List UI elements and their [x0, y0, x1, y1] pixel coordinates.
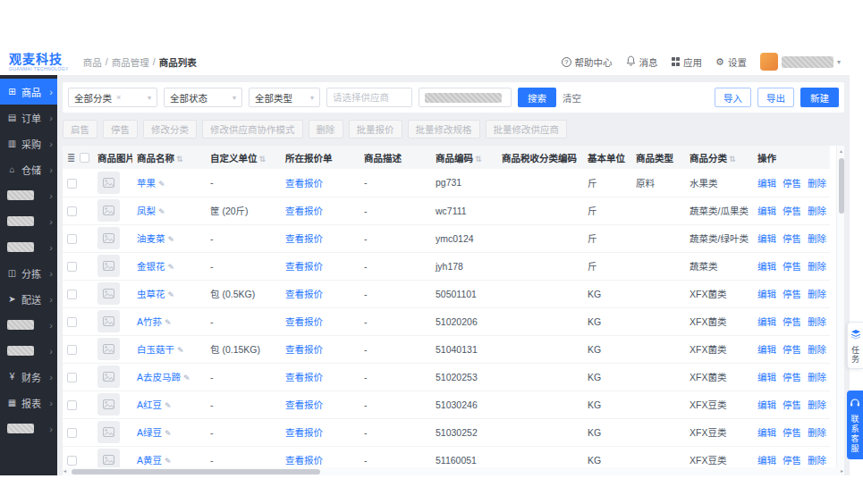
edit-name-icon[interactable]: ✎ [168, 263, 175, 272]
product-name-link[interactable]: A去皮马蹄 [137, 372, 181, 382]
clear-filters-link[interactable]: 清空 [563, 91, 581, 105]
brand-logo[interactable]: 观麦科技 GUANMAI TECHNOLOGY [9, 53, 69, 71]
edit-name-icon[interactable]: ✎ [165, 457, 172, 466]
vertical-scroll-thumb[interactable] [839, 158, 844, 214]
stop-sale-row-link[interactable]: 停售 [783, 178, 801, 189]
edit-name-icon[interactable]: ✎ [168, 290, 175, 299]
sidebar-item-redacted[interactable]: › [0, 312, 57, 338]
search-button[interactable]: 搜索 [518, 88, 556, 107]
product-name-link[interactable]: A绿豆 [137, 427, 162, 438]
edit-row-link[interactable]: 编辑 [757, 289, 776, 299]
view-quote-link[interactable]: 查看报价 [285, 316, 323, 327]
stop-sale-button[interactable]: 停售 [103, 120, 138, 139]
sidebar-item-purchase[interactable]: ▥采购› [0, 130, 57, 156]
edit-row-link[interactable]: 编辑 [757, 178, 776, 189]
edit-row-link[interactable]: 编辑 [757, 261, 776, 272]
stop-sale-row-link[interactable]: 停售 [783, 261, 801, 272]
product-name-link[interactable]: A红豆 [137, 399, 162, 410]
stop-sale-row-link[interactable]: 停售 [783, 233, 801, 244]
edit-name-icon[interactable]: ✎ [165, 429, 172, 438]
edit-name-icon[interactable]: ✎ [183, 374, 190, 382]
edit-row-link[interactable]: 编辑 [757, 316, 776, 327]
row-checkbox[interactable] [67, 206, 77, 216]
row-checkbox[interactable] [67, 290, 77, 299]
product-name-link[interactable]: A黄豆 [137, 455, 162, 466]
type-filter-select[interactable]: 全部类型 ▾ [249, 88, 320, 107]
sidebar-item-orders[interactable]: ▤订单› [0, 105, 57, 130]
stop-sale-row-link[interactable]: 停售 [783, 455, 801, 466]
start-sale-button[interactable]: 启售 [63, 120, 97, 139]
breadcrumb-item[interactable]: 商品 [83, 55, 102, 69]
breadcrumb-item[interactable]: 商品管理 [112, 55, 149, 69]
supplier-filter-input[interactable] [326, 88, 412, 107]
product-name-link[interactable]: 虫草花 [137, 289, 165, 299]
sidebar-item-redacted[interactable]: › [0, 416, 57, 441]
sidebar-item-finance[interactable]: ¥财务› [0, 364, 57, 390]
batch-edit-spec-button[interactable]: 批量修改规格 [408, 120, 480, 139]
product-name-link[interactable]: 白玉菇干 [137, 344, 174, 355]
stop-sale-row-link[interactable]: 停售 [783, 399, 801, 410]
batch-edit-supplier-button[interactable]: 批量修改供应商 [486, 120, 568, 139]
edit-name-icon[interactable]: ✎ [177, 346, 184, 355]
batch-quote-button[interactable]: 批量报价 [349, 120, 402, 139]
user-menu[interactable]: ▾ [760, 53, 841, 71]
edit-category-button[interactable]: 修改分类 [143, 120, 197, 139]
scroll-right-arrow[interactable]: ▸ [841, 467, 843, 475]
product-name-link[interactable]: 金银花 [137, 261, 165, 272]
sidebar-item-redacted[interactable]: › [0, 208, 57, 234]
help-center-button[interactable]: ? 帮助中心 [562, 55, 613, 69]
sidebar-item-redacted[interactable]: › [0, 234, 57, 260]
product-name-link[interactable]: 油麦菜 [137, 233, 165, 244]
view-quote-link[interactable]: 查看报价 [285, 427, 323, 438]
edit-row-link[interactable]: 编辑 [757, 206, 776, 216]
sort-icon[interactable]: ⇅ [475, 155, 482, 164]
stop-sale-row-link[interactable]: 停售 [783, 316, 801, 327]
keyword-search-input[interactable] [419, 88, 512, 107]
row-checkbox[interactable] [67, 456, 77, 466]
vertical-scrollbar[interactable]: ▴ ▾ [836, 146, 844, 475]
sidebar-item-redacted[interactable]: › [0, 338, 57, 364]
stop-sale-row-link[interactable]: 停售 [783, 206, 801, 216]
view-quote-link[interactable]: 查看报价 [285, 289, 323, 299]
row-checkbox[interactable] [67, 262, 77, 272]
messages-button[interactable]: 消息 [626, 55, 658, 69]
row-checkbox[interactable] [67, 400, 77, 410]
delete-row-link[interactable]: 删除 [808, 372, 826, 382]
create-button[interactable]: 新建 [800, 88, 839, 107]
settings-button[interactable]: ⚙ 设置 [715, 55, 747, 69]
view-quote-link[interactable]: 查看报价 [285, 206, 323, 216]
row-checkbox[interactable] [67, 317, 77, 327]
edit-name-icon[interactable]: ✎ [158, 207, 165, 216]
row-checkbox[interactable] [67, 234, 77, 244]
delete-row-link[interactable]: 删除 [808, 178, 826, 189]
view-quote-link[interactable]: 查看报价 [285, 233, 323, 244]
sidebar-item-sorting[interactable]: ◫分拣› [0, 260, 57, 286]
delete-row-link[interactable]: 删除 [808, 455, 826, 466]
sidebar-item-reports[interactable]: ▦报表› [0, 390, 57, 416]
stop-sale-row-link[interactable]: 停售 [783, 344, 801, 355]
stop-sale-row-link[interactable]: 停售 [783, 372, 801, 382]
edit-row-link[interactable]: 编辑 [757, 455, 776, 466]
task-panel-button[interactable]: 任务 [847, 322, 863, 369]
delete-row-link[interactable]: 删除 [808, 316, 826, 327]
edit-row-link[interactable]: 编辑 [757, 372, 776, 382]
edit-name-icon[interactable]: ✎ [165, 318, 172, 327]
scroll-left-arrow[interactable]: ◂ [63, 467, 66, 475]
edit-row-link[interactable]: 编辑 [757, 233, 776, 244]
list-menu-icon[interactable]: ≣ [67, 152, 75, 163]
delete-row-link[interactable]: 删除 [808, 289, 826, 299]
product-name-link[interactable]: A竹荪 [137, 316, 162, 327]
horizontal-scroll-thumb[interactable] [72, 469, 320, 475]
horizontal-scrollbar[interactable]: ◂ ▸ [63, 467, 844, 475]
stop-sale-row-link[interactable]: 停售 [783, 427, 801, 438]
customer-service-button[interactable]: 联系客服 [847, 391, 863, 459]
delete-button[interactable]: 删除 [309, 120, 343, 139]
view-quote-link[interactable]: 查看报价 [285, 344, 323, 355]
export-button[interactable]: 导出 [757, 88, 794, 107]
sort-icon[interactable]: ⇅ [729, 155, 736, 164]
sort-icon[interactable]: ⇅ [176, 155, 183, 164]
sort-icon[interactable]: ⇅ [259, 155, 267, 164]
product-name-link[interactable]: 凤梨 [137, 206, 156, 216]
view-quote-link[interactable]: 查看报价 [285, 178, 323, 189]
apps-button[interactable]: 应用 [672, 55, 703, 69]
